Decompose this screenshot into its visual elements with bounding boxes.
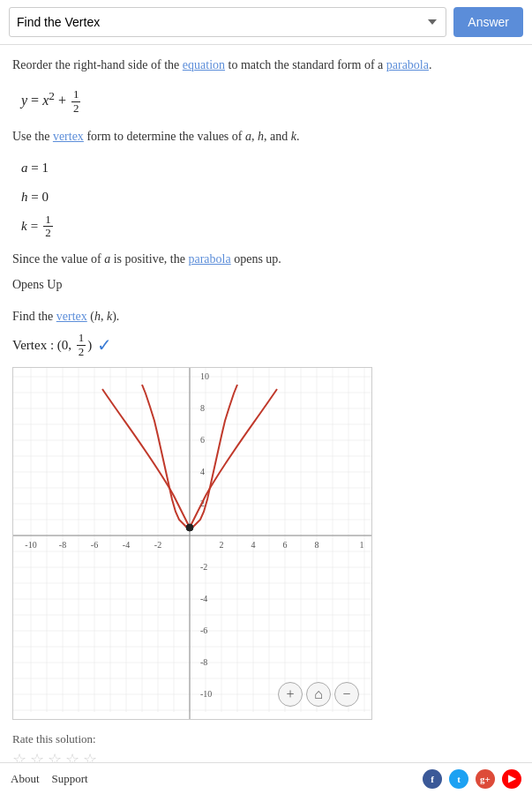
svg-text:6: 6: [200, 435, 205, 445]
eq-fraction: 1 2: [71, 88, 81, 115]
svg-text:-6: -6: [200, 625, 207, 635]
main-content: Reorder the right-hand side of the equat…: [0, 45, 532, 794]
vertex-link2[interactable]: vertex: [56, 310, 87, 323]
zoom-in-button[interactable]: +: [278, 682, 303, 707]
youtube-icon[interactable]: ▶: [502, 769, 521, 789]
svg-text:-6: -6: [91, 540, 98, 550]
facebook-icon[interactable]: f: [423, 769, 442, 789]
val-k-fraction: 1 2: [43, 213, 53, 240]
about-link[interactable]: About: [11, 772, 40, 786]
svg-text:-10: -10: [200, 689, 212, 699]
answer-button[interactable]: Answer: [453, 7, 523, 37]
vertex-label: Vertex : (0,: [12, 338, 75, 353]
vertex-dot: [186, 524, 193, 531]
val-a: a = 1: [21, 154, 520, 183]
equation-link[interactable]: equation: [183, 58, 225, 71]
svg-text:4: 4: [251, 540, 256, 550]
zoom-controls: + ⌂ −: [278, 682, 359, 707]
svg-text:-2: -2: [200, 562, 207, 572]
graph-container: -10 -8 -6 -4 -2 2 4 6 8 1 10 8 6 4 2 -2 …: [12, 367, 372, 720]
rate-label: Rate this solution:: [12, 732, 520, 746]
val-k: k = 1 2: [21, 212, 520, 241]
support-link[interactable]: Support: [52, 772, 88, 786]
svg-text:-4: -4: [200, 594, 207, 603]
vertex-section: Find the vertex (h, k). Vertex : (0, 1 2…: [12, 307, 520, 358]
problem-dropdown[interactable]: Find the Vertex: [9, 7, 446, 37]
vertex-link1[interactable]: vertex: [53, 130, 84, 143]
val-k-den: 2: [43, 227, 53, 239]
svg-text:-2: -2: [154, 540, 161, 550]
equation-display: y = x2 + 1 2: [21, 84, 520, 114]
svg-text:4: 4: [200, 467, 205, 476]
check-mark: ✓: [97, 334, 112, 356]
vertex-result: Vertex : (0, 1 2 ) ✓: [12, 332, 520, 358]
svg-text:10: 10: [200, 371, 209, 381]
zoom-out-button[interactable]: −: [334, 682, 359, 707]
social-icons: f t g+ ▶: [423, 769, 521, 789]
opens-up-text: Opens Up: [12, 275, 520, 295]
svg-text:1: 1: [360, 540, 364, 550]
step1-description: Reorder the right-hand side of the equat…: [12, 56, 520, 75]
step3-description: Since the value of a is positive, the pa…: [12, 250, 520, 269]
vertex-frac-num: 1: [77, 332, 86, 345]
footer-links: About Support: [11, 772, 88, 786]
footer: About Support f t g+ ▶: [0, 762, 532, 794]
parabola-link2[interactable]: parabola: [188, 252, 230, 266]
eq-frac-den: 2: [71, 102, 81, 115]
svg-text:-10: -10: [25, 540, 36, 550]
svg-text:-8: -8: [59, 540, 66, 550]
svg-text:-4: -4: [123, 540, 130, 550]
svg-text:8: 8: [315, 540, 319, 550]
values-block: a = 1 h = 0 k = 1 2: [21, 154, 520, 241]
top-bar: Find the Vertex Answer: [0, 0, 532, 45]
val-h: h = 0: [21, 183, 520, 212]
vertex-fraction: 1 2: [77, 332, 86, 358]
googleplus-icon[interactable]: g+: [476, 769, 495, 789]
eq-lhs: y = x2 +: [21, 93, 70, 108]
vertex-frac-den: 2: [77, 346, 86, 358]
zoom-home-button[interactable]: ⌂: [306, 682, 331, 707]
graph-svg: -10 -8 -6 -4 -2 2 4 6 8 1 10 8 6 4 2 -2 …: [13, 368, 372, 720]
parabola-link1[interactable]: parabola: [386, 58, 429, 71]
step2-description: Use the vertex form to determine the val…: [12, 127, 520, 146]
vertex-close: ): [87, 338, 92, 353]
svg-text:6: 6: [283, 540, 288, 550]
step4-description: Find the vertex (h, k).: [12, 307, 520, 326]
val-k-num: 1: [43, 213, 53, 227]
svg-text:8: 8: [200, 403, 205, 413]
svg-text:-8: -8: [200, 657, 207, 667]
eq-frac-num: 1: [71, 88, 81, 101]
svg-text:2: 2: [220, 540, 224, 550]
twitter-icon[interactable]: t: [449, 769, 468, 789]
